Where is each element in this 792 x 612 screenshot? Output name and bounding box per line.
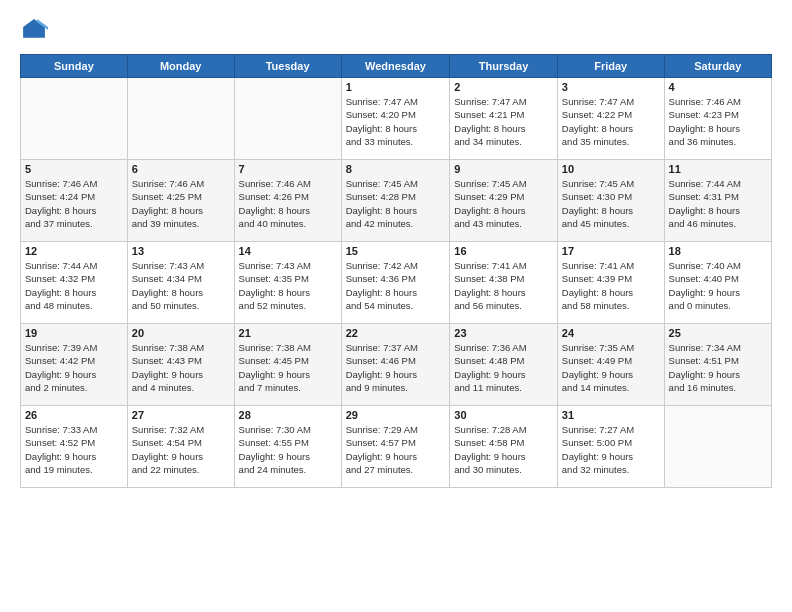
day-info: Sunrise: 7:46 AM Sunset: 4:23 PM Dayligh… — [669, 95, 767, 148]
day-info: Sunrise: 7:39 AM Sunset: 4:42 PM Dayligh… — [25, 341, 123, 394]
day-number: 19 — [25, 327, 123, 339]
weekday-header: Tuesday — [234, 55, 341, 78]
calendar-cell — [127, 78, 234, 160]
day-info: Sunrise: 7:41 AM Sunset: 4:39 PM Dayligh… — [562, 259, 660, 312]
day-number: 10 — [562, 163, 660, 175]
calendar-cell: 9Sunrise: 7:45 AM Sunset: 4:29 PM Daylig… — [450, 160, 558, 242]
calendar-cell: 27Sunrise: 7:32 AM Sunset: 4:54 PM Dayli… — [127, 406, 234, 488]
day-info: Sunrise: 7:47 AM Sunset: 4:22 PM Dayligh… — [562, 95, 660, 148]
calendar-cell: 30Sunrise: 7:28 AM Sunset: 4:58 PM Dayli… — [450, 406, 558, 488]
calendar-cell: 22Sunrise: 7:37 AM Sunset: 4:46 PM Dayli… — [341, 324, 450, 406]
day-info: Sunrise: 7:43 AM Sunset: 4:35 PM Dayligh… — [239, 259, 337, 312]
day-number: 11 — [669, 163, 767, 175]
day-info: Sunrise: 7:46 AM Sunset: 4:26 PM Dayligh… — [239, 177, 337, 230]
calendar-cell: 6Sunrise: 7:46 AM Sunset: 4:25 PM Daylig… — [127, 160, 234, 242]
calendar-cell — [664, 406, 771, 488]
calendar-cell: 13Sunrise: 7:43 AM Sunset: 4:34 PM Dayli… — [127, 242, 234, 324]
day-number: 20 — [132, 327, 230, 339]
day-number: 21 — [239, 327, 337, 339]
calendar-cell: 28Sunrise: 7:30 AM Sunset: 4:55 PM Dayli… — [234, 406, 341, 488]
calendar-cell — [234, 78, 341, 160]
calendar-cell: 2Sunrise: 7:47 AM Sunset: 4:21 PM Daylig… — [450, 78, 558, 160]
svg-marker-0 — [23, 19, 45, 38]
day-number: 25 — [669, 327, 767, 339]
day-number: 12 — [25, 245, 123, 257]
calendar-cell: 24Sunrise: 7:35 AM Sunset: 4:49 PM Dayli… — [557, 324, 664, 406]
day-number: 30 — [454, 409, 553, 421]
calendar-cell: 4Sunrise: 7:46 AM Sunset: 4:23 PM Daylig… — [664, 78, 771, 160]
day-info: Sunrise: 7:36 AM Sunset: 4:48 PM Dayligh… — [454, 341, 553, 394]
day-info: Sunrise: 7:45 AM Sunset: 4:30 PM Dayligh… — [562, 177, 660, 230]
day-info: Sunrise: 7:47 AM Sunset: 4:21 PM Dayligh… — [454, 95, 553, 148]
weekday-header: Thursday — [450, 55, 558, 78]
calendar-cell: 12Sunrise: 7:44 AM Sunset: 4:32 PM Dayli… — [21, 242, 128, 324]
calendar-cell: 16Sunrise: 7:41 AM Sunset: 4:38 PM Dayli… — [450, 242, 558, 324]
weekday-header: Sunday — [21, 55, 128, 78]
day-info: Sunrise: 7:27 AM Sunset: 5:00 PM Dayligh… — [562, 423, 660, 476]
day-number: 22 — [346, 327, 446, 339]
day-number: 24 — [562, 327, 660, 339]
day-info: Sunrise: 7:44 AM Sunset: 4:31 PM Dayligh… — [669, 177, 767, 230]
calendar-cell: 29Sunrise: 7:29 AM Sunset: 4:57 PM Dayli… — [341, 406, 450, 488]
calendar-cell: 10Sunrise: 7:45 AM Sunset: 4:30 PM Dayli… — [557, 160, 664, 242]
calendar-cell: 14Sunrise: 7:43 AM Sunset: 4:35 PM Dayli… — [234, 242, 341, 324]
calendar-cell: 5Sunrise: 7:46 AM Sunset: 4:24 PM Daylig… — [21, 160, 128, 242]
calendar-cell — [21, 78, 128, 160]
calendar-cell: 23Sunrise: 7:36 AM Sunset: 4:48 PM Dayli… — [450, 324, 558, 406]
day-info: Sunrise: 7:29 AM Sunset: 4:57 PM Dayligh… — [346, 423, 446, 476]
calendar-cell: 20Sunrise: 7:38 AM Sunset: 4:43 PM Dayli… — [127, 324, 234, 406]
day-number: 8 — [346, 163, 446, 175]
weekday-header: Friday — [557, 55, 664, 78]
calendar-cell: 18Sunrise: 7:40 AM Sunset: 4:40 PM Dayli… — [664, 242, 771, 324]
day-number: 18 — [669, 245, 767, 257]
calendar-header: SundayMondayTuesdayWednesdayThursdayFrid… — [21, 55, 772, 78]
day-info: Sunrise: 7:32 AM Sunset: 4:54 PM Dayligh… — [132, 423, 230, 476]
day-number: 14 — [239, 245, 337, 257]
day-number: 28 — [239, 409, 337, 421]
calendar-cell: 7Sunrise: 7:46 AM Sunset: 4:26 PM Daylig… — [234, 160, 341, 242]
day-number: 26 — [25, 409, 123, 421]
day-info: Sunrise: 7:35 AM Sunset: 4:49 PM Dayligh… — [562, 341, 660, 394]
day-number: 1 — [346, 81, 446, 93]
day-info: Sunrise: 7:44 AM Sunset: 4:32 PM Dayligh… — [25, 259, 123, 312]
day-info: Sunrise: 7:46 AM Sunset: 4:24 PM Dayligh… — [25, 177, 123, 230]
day-number: 2 — [454, 81, 553, 93]
day-number: 27 — [132, 409, 230, 421]
day-number: 3 — [562, 81, 660, 93]
day-number: 6 — [132, 163, 230, 175]
calendar-cell: 11Sunrise: 7:44 AM Sunset: 4:31 PM Dayli… — [664, 160, 771, 242]
day-number: 23 — [454, 327, 553, 339]
day-info: Sunrise: 7:45 AM Sunset: 4:28 PM Dayligh… — [346, 177, 446, 230]
day-info: Sunrise: 7:41 AM Sunset: 4:38 PM Dayligh… — [454, 259, 553, 312]
logo — [20, 16, 52, 44]
calendar-cell: 26Sunrise: 7:33 AM Sunset: 4:52 PM Dayli… — [21, 406, 128, 488]
day-info: Sunrise: 7:38 AM Sunset: 4:43 PM Dayligh… — [132, 341, 230, 394]
calendar-cell: 25Sunrise: 7:34 AM Sunset: 4:51 PM Dayli… — [664, 324, 771, 406]
calendar-cell: 17Sunrise: 7:41 AM Sunset: 4:39 PM Dayli… — [557, 242, 664, 324]
logo-icon — [20, 16, 48, 44]
calendar-cell: 1Sunrise: 7:47 AM Sunset: 4:20 PM Daylig… — [341, 78, 450, 160]
calendar-cell: 19Sunrise: 7:39 AM Sunset: 4:42 PM Dayli… — [21, 324, 128, 406]
weekday-header: Monday — [127, 55, 234, 78]
day-number: 13 — [132, 245, 230, 257]
day-info: Sunrise: 7:43 AM Sunset: 4:34 PM Dayligh… — [132, 259, 230, 312]
day-number: 17 — [562, 245, 660, 257]
day-info: Sunrise: 7:40 AM Sunset: 4:40 PM Dayligh… — [669, 259, 767, 312]
day-info: Sunrise: 7:33 AM Sunset: 4:52 PM Dayligh… — [25, 423, 123, 476]
page: SundayMondayTuesdayWednesdayThursdayFrid… — [0, 0, 792, 612]
day-info: Sunrise: 7:38 AM Sunset: 4:45 PM Dayligh… — [239, 341, 337, 394]
calendar-cell: 31Sunrise: 7:27 AM Sunset: 5:00 PM Dayli… — [557, 406, 664, 488]
calendar-cell: 3Sunrise: 7:47 AM Sunset: 4:22 PM Daylig… — [557, 78, 664, 160]
day-info: Sunrise: 7:28 AM Sunset: 4:58 PM Dayligh… — [454, 423, 553, 476]
day-info: Sunrise: 7:46 AM Sunset: 4:25 PM Dayligh… — [132, 177, 230, 230]
calendar-cell: 8Sunrise: 7:45 AM Sunset: 4:28 PM Daylig… — [341, 160, 450, 242]
day-number: 29 — [346, 409, 446, 421]
calendar-table: SundayMondayTuesdayWednesdayThursdayFrid… — [20, 54, 772, 488]
day-info: Sunrise: 7:45 AM Sunset: 4:29 PM Dayligh… — [454, 177, 553, 230]
day-number: 31 — [562, 409, 660, 421]
weekday-header: Wednesday — [341, 55, 450, 78]
day-info: Sunrise: 7:42 AM Sunset: 4:36 PM Dayligh… — [346, 259, 446, 312]
weekday-header: Saturday — [664, 55, 771, 78]
day-number: 5 — [25, 163, 123, 175]
day-number: 7 — [239, 163, 337, 175]
